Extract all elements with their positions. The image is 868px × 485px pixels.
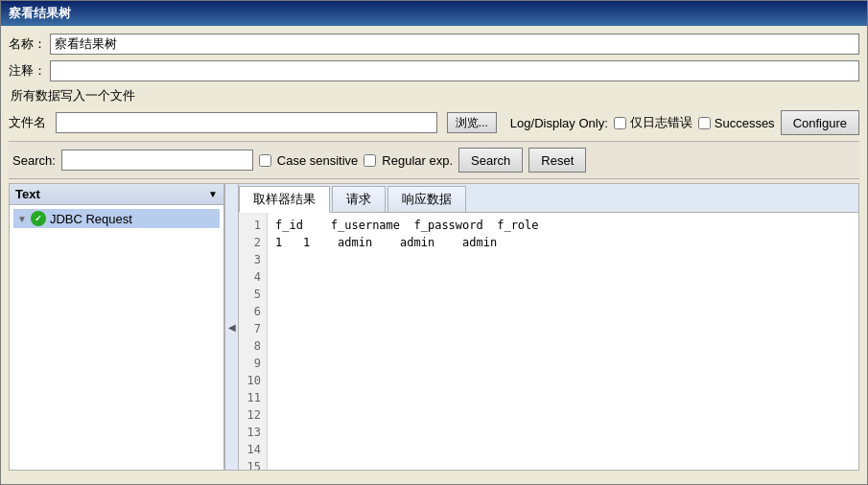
- tabs-bar: 取样器结果 请求 响应数据: [239, 184, 858, 213]
- expand-icon: ▼: [17, 214, 27, 224]
- comment-input[interactable]: [50, 60, 859, 81]
- line-number: 11: [245, 389, 261, 406]
- case-sensitive-checkbox[interactable]: [259, 154, 271, 167]
- result-line: [275, 389, 851, 406]
- result-text: f_id f_username f_password f_role1 1 adm…: [268, 213, 858, 470]
- name-row: 名称：: [9, 34, 859, 55]
- successes-checkbox[interactable]: [698, 117, 711, 129]
- tab-sampler-result[interactable]: 取样器结果: [239, 186, 330, 213]
- main-window: 察看结果树 名称： 注释： 所有数据写入一个文件 文件名 浏览... Log/D…: [0, 0, 868, 485]
- title-bar: 察看结果树: [1, 1, 867, 26]
- reset-button[interactable]: Reset: [528, 148, 586, 173]
- search-label: Search:: [12, 153, 56, 168]
- node-status-icon: ✓: [31, 211, 46, 226]
- tree-panel: Text ▼ ▼ ✓ JDBC Request: [10, 184, 225, 470]
- name-label: 名称：: [9, 35, 46, 53]
- tree-content: ▼ ✓ JDBC Request: [10, 205, 223, 470]
- regular-exp-label: Regular exp.: [382, 153, 453, 168]
- right-panel: 取样器结果 请求 响应数据 12345678910111213141516171…: [239, 184, 858, 470]
- main-area: Text ▼ ▼ ✓ JDBC Request ◀ 取样器结果: [9, 183, 859, 471]
- result-line: [275, 303, 851, 320]
- log-display-label: Log/Display Only:: [510, 116, 608, 130]
- line-number: 4: [245, 268, 261, 286]
- line-number: 1: [245, 217, 261, 234]
- result-line: [275, 441, 851, 458]
- result-line: [275, 251, 851, 268]
- result-line: [275, 337, 851, 355]
- tree-sort-icon[interactable]: ▼: [208, 189, 218, 199]
- line-number: 8: [245, 337, 261, 355]
- successes-section: Successes: [698, 116, 775, 130]
- result-line: 1 1 admin admin admin: [275, 234, 851, 251]
- search-bar: Search: Case sensitive Regular exp. Sear…: [9, 141, 859, 179]
- result-line: f_id f_username f_password f_role: [275, 217, 851, 234]
- line-number: 9: [245, 355, 261, 372]
- comment-label: 注释：: [9, 62, 46, 80]
- name-input[interactable]: [50, 34, 859, 55]
- tab-request[interactable]: 请求: [332, 186, 386, 212]
- line-number: 2: [245, 234, 261, 251]
- line-number: 3: [245, 251, 261, 268]
- tree-header: Text ▼: [10, 184, 223, 205]
- line-numbers: 12345678910111213141516171819: [239, 213, 268, 470]
- result-line: [275, 458, 851, 470]
- case-sensitive-label: Case sensitive: [277, 153, 359, 168]
- comment-row: 注释：: [9, 60, 859, 81]
- result-line: [275, 286, 851, 303]
- tree-header-text: Text: [15, 187, 208, 201]
- file-input[interactable]: [56, 112, 437, 133]
- log-errors-label: 仅日志错误: [630, 114, 692, 131]
- line-number: 14: [245, 441, 261, 458]
- divider[interactable]: ◀: [225, 184, 239, 470]
- tab-response-data[interactable]: 响应数据: [387, 186, 466, 212]
- result-line: [275, 424, 851, 441]
- configure-button[interactable]: Configure: [781, 110, 859, 135]
- file-note-row: 所有数据写入一个文件: [9, 87, 859, 104]
- result-line: [275, 406, 851, 424]
- result-content: 12345678910111213141516171819 f_id f_use…: [239, 213, 858, 470]
- file-label: 文件名: [9, 114, 46, 131]
- tree-item-label: JDBC Request: [50, 212, 132, 226]
- result-line: [275, 372, 851, 389]
- tree-item-jdbc-request[interactable]: ▼ ✓ JDBC Request: [13, 209, 220, 228]
- window-title: 察看结果树: [9, 6, 71, 20]
- line-number: 13: [245, 424, 261, 441]
- result-line: [275, 355, 851, 372]
- log-errors-section: 仅日志错误: [614, 114, 692, 131]
- result-line: [275, 268, 851, 286]
- line-number: 6: [245, 303, 261, 320]
- line-number: 7: [245, 320, 261, 337]
- line-number: 10: [245, 372, 261, 389]
- log-errors-checkbox[interactable]: [614, 117, 626, 129]
- search-input[interactable]: [61, 150, 253, 171]
- successes-label: Successes: [715, 116, 775, 130]
- content-area: 名称： 注释： 所有数据写入一个文件 文件名 浏览... Log/Display…: [1, 26, 867, 478]
- regular-exp-checkbox[interactable]: [364, 154, 376, 167]
- line-number: 12: [245, 406, 261, 424]
- line-number: 5: [245, 286, 261, 303]
- result-line: [275, 320, 851, 337]
- browse-button[interactable]: 浏览...: [447, 112, 497, 133]
- log-config-row: 文件名 浏览... Log/Display Only: 仅日志错误 Succes…: [9, 110, 859, 135]
- search-button[interactable]: Search: [458, 148, 523, 173]
- file-note-text: 所有数据写入一个文件: [11, 87, 135, 104]
- line-number: 15: [245, 458, 261, 470]
